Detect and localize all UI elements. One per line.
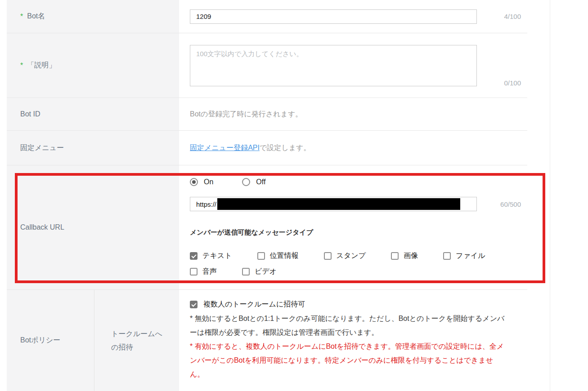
checkbox-icon[interactable] <box>443 252 451 260</box>
page-edge-divider <box>550 0 550 391</box>
message-type-row-1: テキスト 位置情報 スタンプ 画像 <box>190 251 527 261</box>
checkbox-icon[interactable] <box>190 268 197 275</box>
bot-settings-form-page: * Bot名 4/100 * 「説明」 0/100 Bot ID <box>0 0 588 391</box>
message-type-label: 位置情報 <box>270 251 299 261</box>
description-content: 0/100 <box>179 33 527 98</box>
talkroom-invite-label: トークルームへの招待 <box>111 327 166 354</box>
bot-policy-content: 複数人のトークルームに招待可 * 無効にするとBotとの1:1トークのみ可能にな… <box>179 290 527 391</box>
callback-url-label-cell: Callback URL <box>7 165 179 289</box>
message-type-label: テキスト <box>202 251 232 261</box>
callback-url-prefix: https:// <box>196 200 216 208</box>
checkbox-icon[interactable] <box>324 252 332 260</box>
fixed-menu-content: 固定メニュー登録API で設定します。 <box>179 131 527 165</box>
bot-settings-table: * Bot名 4/100 * 「説明」 0/100 Bot ID <box>7 0 527 391</box>
bot-policy-label: Botポリシー <box>20 336 60 345</box>
description-textarea[interactable] <box>190 45 477 86</box>
callback-off-option[interactable]: Off <box>242 178 265 186</box>
message-type-row-2: 音声 ビデオ <box>190 267 527 276</box>
message-type-label: ビデオ <box>255 267 277 276</box>
message-type-label: 画像 <box>404 251 418 261</box>
row-bot-id: Bot ID Botの登録完了時に発行されます。 <box>7 98 527 131</box>
description-label: 「説明」 <box>27 61 56 70</box>
checkbox-icon[interactable] <box>257 252 265 260</box>
talkroom-invite-label-cell: トークルームへの招待 <box>94 290 179 391</box>
row-description: * 「説明」 0/100 <box>7 33 527 98</box>
radio-off-icon[interactable] <box>242 178 250 186</box>
bot-name-label-cell: * Bot名 <box>7 0 179 33</box>
description-counter: 0/100 <box>477 79 527 98</box>
fixed-menu-label: 固定メニュー <box>20 143 64 153</box>
checkbox-icon[interactable] <box>190 301 197 308</box>
required-asterisk: * <box>20 13 23 21</box>
callback-url-input-row: https:// 60/500 <box>190 197 527 211</box>
bot-policy-note-gray: * 無効にするとBotとの1:1トークのみ可能になります。ただし、Botとのトー… <box>190 311 506 339</box>
multi-talkroom-invite-label: 複数人のトークルームに招待可 <box>203 300 305 309</box>
message-type-audio[interactable]: 音声 <box>190 267 217 276</box>
redaction-bar <box>217 198 460 210</box>
bot-id-note: Botの登録完了時に発行されます。 <box>190 110 302 119</box>
radio-on-icon[interactable] <box>190 178 198 186</box>
description-label-cell: * 「説明」 <box>7 33 179 98</box>
fixed-menu-suffix: で設定します。 <box>260 143 311 153</box>
message-type-label: スタンプ <box>337 251 366 261</box>
fixed-menu-api-link[interactable]: 固定メニュー登録API <box>190 143 260 153</box>
bot-name-counter: 4/100 <box>477 13 527 20</box>
checkbox-icon[interactable] <box>242 268 250 275</box>
message-type-file[interactable]: ファイル <box>443 251 485 261</box>
callback-url-input[interactable]: https:// <box>190 197 477 211</box>
callback-url-content: On Off https:// 60/500 メンバーが送信可能なメッセージタイ… <box>179 165 527 289</box>
callback-on-option[interactable]: On <box>190 178 213 186</box>
required-asterisk: * <box>20 62 23 70</box>
checkbox-icon[interactable] <box>391 252 399 260</box>
row-bot-policy: Botポリシー トークルームへの招待 複数人のトークルームに招待可 * 無効にす… <box>7 290 527 391</box>
bot-policy-label-cell: Botポリシー <box>7 290 94 391</box>
message-type-sticker[interactable]: スタンプ <box>324 251 366 261</box>
multi-talkroom-invite-option[interactable]: 複数人のトークルームに招待可 <box>190 300 527 309</box>
bot-id-label-cell: Bot ID <box>7 98 179 130</box>
bot-policy-note-red: * 有効にすると、複数人のトークルームにBotを招待できます。管理者画面での設定… <box>190 339 506 381</box>
message-type-video[interactable]: ビデオ <box>242 267 277 276</box>
message-type-image[interactable]: 画像 <box>391 251 418 261</box>
bot-name-input[interactable] <box>190 9 477 24</box>
callback-url-counter: 60/500 <box>477 200 527 208</box>
checkbox-icon[interactable] <box>190 252 197 260</box>
row-bot-name: * Bot名 4/100 <box>7 0 527 33</box>
message-types-heading: メンバーが送信可能なメッセージタイプ <box>190 228 527 237</box>
row-fixed-menu: 固定メニュー 固定メニュー登録API で設定します。 <box>7 131 527 165</box>
message-type-label: ファイル <box>456 251 485 261</box>
fixed-menu-label-cell: 固定メニュー <box>7 131 179 165</box>
bot-name-content: 4/100 <box>179 0 527 33</box>
callback-url-label: Callback URL <box>20 223 64 231</box>
radio-off-label: Off <box>256 178 265 186</box>
radio-on-label: On <box>204 178 213 186</box>
bot-id-label: Bot ID <box>20 110 40 118</box>
bot-name-label: Bot名 <box>27 12 45 21</box>
bot-id-content: Botの登録完了時に発行されます。 <box>179 98 527 130</box>
message-type-location[interactable]: 位置情報 <box>257 251 299 261</box>
row-callback-url: Callback URL On Off https:// <box>7 165 527 290</box>
message-type-label: 音声 <box>202 267 217 276</box>
callback-radio-group: On Off <box>190 178 527 186</box>
message-type-text[interactable]: テキスト <box>190 251 232 261</box>
